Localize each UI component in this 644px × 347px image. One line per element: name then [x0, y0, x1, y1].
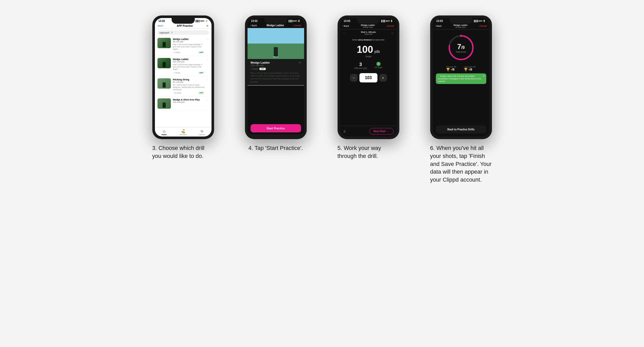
phone-frame-3: 13:02 ▐▐▐ WiFi 🔋 Back APP Practice ≡ App…: [152, 15, 214, 139]
drill-list-3: Wedge Ladder 50–100 yds Play 1 shot at e…: [155, 36, 211, 127]
total-score-label: Total Score: [456, 51, 466, 53]
success-toast-6: ✓ 'Wedge Ladder (100–140 yds)' was creat…: [436, 73, 486, 84]
drill-item-3[interactable]: Pitching String 55–100 yds Hit 1 shot at…: [155, 76, 211, 96]
next-shot-bar-5: 🗑 Next Shot →: [340, 126, 397, 137]
cancel-button-6[interactable]: Cancel: [479, 25, 487, 27]
trophy-icon-1: 🏆: [446, 68, 450, 71]
star-icon-4[interactable]: ☆: [207, 98, 209, 101]
drill-info-3: Pitching String 55–100 yds Hit 1 shot at…: [173, 78, 205, 94]
target-distance-5: 100 yds Target: [343, 44, 394, 58]
last-month-pb: Last month PB 🏆 -/9: [464, 66, 476, 71]
drill-hero-4: [248, 28, 304, 59]
star-icon-3[interactable]: ☆: [207, 78, 209, 81]
score-text: 7 /9 Total Score: [456, 43, 466, 53]
nav-bar-6: ‹ Back Wedge Ladder 06 Mar 2023 Cancel: [433, 23, 489, 29]
toast-close-button[interactable]: ✕: [483, 74, 485, 78]
status-icons-4: ▐▐▐ WiFi 🔋: [288, 20, 300, 22]
step-6-description: 6. When you've hit all your shots, tap '…: [430, 144, 492, 184]
drill-info-2: Wedge Ladder 100–140 yds Play 1 shot at …: [173, 58, 205, 74]
drill-item-1[interactable]: Wedge Ladder 50–100 yds Play 1 shot at e…: [155, 36, 211, 56]
shots-count-2: ○ 9 shots: [173, 72, 180, 74]
cancel-button-5[interactable]: Cancel: [387, 25, 394, 27]
practice-content-5: Enter carry distance for each shot 100 y…: [340, 37, 397, 126]
shot-nav-5: ← Shot 1, 100 yds Score 5/9 →: [340, 29, 397, 37]
category-tag-3: Approach 7: [157, 30, 209, 35]
nav-title-4: Wedge Ladder: [267, 24, 284, 27]
score-numerator: 7: [457, 43, 461, 51]
bottom-nav-home[interactable]: ⌂ Home: [155, 129, 174, 136]
previous-pb: Previous PB 🏆 -/9: [446, 66, 456, 71]
drill-thumb-3: [157, 78, 171, 89]
drill-thumb-2: [157, 58, 171, 68]
drill-item-4[interactable]: Wedge & Short Iron Play 100–140 yds ☆: [155, 96, 211, 111]
status-icons-3: ▐▐▐ WiFi 🔋: [195, 20, 208, 22]
back-to-drills-button[interactable]: Back to Practice Drills: [436, 125, 486, 133]
status-icons-5: ▐▐▐ WiFi 🔋: [381, 20, 393, 22]
phone-frame-4: 13:02 ▐▐▐ WiFi 🔋 ‹ Back Wedge Ladder Can…: [245, 15, 307, 139]
bottom-nav-capture[interactable]: ⊕ Capture: [192, 129, 211, 136]
star-icon-2[interactable]: ☆: [207, 58, 209, 61]
phone-frame-5: 13:03 ▐▐▐ WiFi 🔋 ‹ Back Wedge Ladder 06 …: [338, 15, 399, 139]
difference-metric: 3 Difference (yds): [354, 62, 367, 69]
notch-6: [449, 18, 473, 24]
bottom-nav-3: ⌂ Home ⛳ Activities ⊕ Capture: [155, 127, 211, 137]
next-shot-arrow-button[interactable]: →: [391, 31, 394, 35]
image-dots-4: [274, 56, 278, 57]
screen-3-section: 13:02 ▐▐▐ WiFi 🔋 Back APP Practice ≡ App…: [142, 15, 224, 184]
step-5-description: 5. Work your way through the drill.: [338, 144, 399, 160]
status-icons-6: ▐▐▐ WiFi 🔋: [473, 20, 486, 22]
hamburger-icon-3[interactable]: ≡: [206, 24, 208, 28]
star-icon-detail-4[interactable]: ☆: [299, 61, 301, 64]
drill-thumb-1: [157, 38, 171, 48]
distance-input-field[interactable]: 103: [359, 73, 377, 82]
notch-4: [264, 18, 287, 24]
shots-count-3: ○ 10 shots: [173, 92, 181, 94]
status-time-4: 13:02: [251, 20, 258, 22]
nav-title-3: APP Practice: [177, 24, 193, 27]
back-button-5[interactable]: ‹ Back: [343, 25, 349, 27]
activities-label: Activities: [180, 134, 187, 136]
home-icon: ⌂: [163, 129, 165, 133]
next-shot-button[interactable]: Next Shot →: [369, 128, 394, 134]
screen-4-section: 13:02 ▐▐▐ WiFi 🔋 ‹ Back Wedge Ladder Can…: [235, 15, 317, 184]
capture-label: Capture: [199, 134, 205, 136]
phone-screen-4: 13:02 ▐▐▐ WiFi 🔋 ‹ Back Wedge Ladder Can…: [248, 18, 304, 137]
results-content-6: 7 /9 Total Score Previous PB 🏆 -/9: [433, 29, 489, 124]
start-practice-button[interactable]: Start Practice: [251, 124, 301, 132]
activities-icon: ⛳: [181, 129, 185, 133]
prev-shot-button[interactable]: ←: [343, 31, 346, 35]
svg-point-2: [460, 35, 462, 37]
back-button-4[interactable]: ‹ Back: [251, 24, 257, 27]
score-circle: 7 /9 Total Score: [447, 33, 475, 62]
decrement-button[interactable]: −: [350, 74, 357, 81]
drill-info-1: Wedge Ladder 50–100 yds Play 1 shot at e…: [173, 38, 205, 54]
drill-item-2[interactable]: Wedge Ladder 100–140 yds Play 1 shot at …: [155, 56, 211, 76]
bottom-nav-activities[interactable]: ⛳ Activities: [174, 129, 192, 136]
star-icon-1[interactable]: ☆: [207, 38, 209, 41]
back-button-6[interactable]: ‹ Back: [435, 25, 442, 27]
hero-golfer-4: [274, 47, 278, 56]
carry-hint-5: Enter carry distance for each shot: [343, 39, 394, 41]
delete-icon-5[interactable]: 🗑: [343, 130, 346, 133]
step-3-description: 3. Choose which drill you would like to …: [152, 144, 214, 160]
hit-target-metric: ✓ Hit Target: [375, 62, 382, 69]
screen-5-section: 13:03 ▐▐▐ WiFi 🔋 ‹ Back Wedge Ladder 06 …: [327, 15, 410, 184]
back-button-3[interactable]: Back: [158, 24, 163, 27]
status-time-3: 13:02: [158, 20, 165, 22]
input-row-5: − 103 +: [343, 73, 394, 82]
drill-info-4: Wedge & Short Iron Play 100–140 yds: [173, 98, 205, 104]
capture-icon: ⊕: [200, 129, 204, 133]
drill-detail-card-4: Wedge Ladder 100–140 yds ☆ ○ 9 shots APP…: [248, 59, 304, 86]
screen-6-section: 13:03 ▐▐▐ WiFi 🔋 ‹ Back Wedge Ladder 06 …: [420, 15, 502, 184]
home-label: Home: [162, 134, 166, 136]
phone-screen-6: 13:03 ▐▐▐ WiFi 🔋 ‹ Back Wedge Ladder 06 …: [433, 18, 489, 137]
increment-button[interactable]: +: [380, 74, 387, 81]
page-container: 13:02 ▐▐▐ WiFi 🔋 Back APP Practice ≡ App…: [142, 15, 502, 184]
notch-5: [357, 18, 380, 24]
nav-bar-3: Back APP Practice ≡: [155, 23, 211, 29]
drill-thumb-4: [157, 98, 171, 109]
nav-bar-5: ‹ Back Wedge Ladder 06 Mar 2023 Cancel: [340, 23, 397, 29]
cancel-button-4[interactable]: Cancel: [294, 24, 301, 27]
phone-frame-6: 13:03 ▐▐▐ WiFi 🔋 ‹ Back Wedge Ladder 06 …: [430, 15, 492, 139]
shots-count-1: ○ 9 shots: [173, 52, 180, 53]
